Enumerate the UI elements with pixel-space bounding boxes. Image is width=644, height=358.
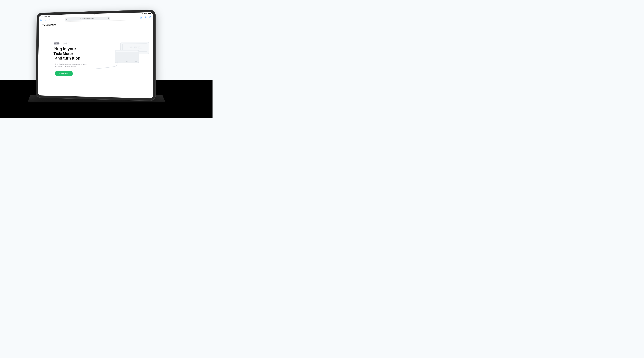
device-back-view — [115, 50, 139, 63]
wifi-icon — [142, 13, 143, 14]
lock-icon — [80, 18, 81, 20]
logo-text: T — [42, 24, 44, 26]
multitask-dots[interactable] — [93, 14, 95, 15]
url-text: tickrmeter.com/setup — [82, 18, 94, 20]
sidebar-icon[interactable] — [40, 18, 42, 21]
device-screen-text: WIFI HOTSPOT — [130, 46, 140, 48]
svg-rect-2 — [80, 18, 81, 19]
status-date: Tor 16 okt. — [44, 16, 50, 17]
logo[interactable]: TICKRMETER — [42, 22, 149, 27]
device-screen-lines — [128, 48, 142, 49]
ipad-frame: 9:41 Tor 16 okt. 100% — [36, 10, 156, 101]
headline-line1: Plug in your TickrMeter — [54, 46, 76, 56]
step-3[interactable]: 3 — [63, 42, 64, 44]
continue-button[interactable]: CONTINUE — [55, 71, 73, 76]
svg-rect-4 — [116, 62, 118, 63]
device-illustration: WIFI HOTSPOT — [102, 42, 149, 73]
ipad-screen: 9:41 Tor 16 okt. 100% — [38, 12, 153, 98]
page-body: TICKRMETER STEP 1 2 3 4 5 Plug in your T… — [38, 20, 153, 98]
headline-line2: and turn it on — [54, 56, 97, 61]
status-time: 9:41 — [41, 16, 43, 17]
text-size-icon[interactable]: AA — [66, 18, 67, 20]
battery-percent: 100% — [144, 13, 148, 14]
power-switch-icon — [135, 60, 137, 62]
description-text: When the white bar on the frot glows and… — [55, 63, 89, 68]
step-4[interactable]: 4 — [66, 42, 67, 44]
svg-rect-0 — [40, 19, 42, 20]
step-current: STEP 1 — [54, 42, 60, 44]
back-icon[interactable] — [44, 18, 46, 21]
cable-icon — [94, 62, 126, 70]
tabs-icon[interactable] — [149, 16, 152, 18]
page-title: Plug in your TickrMeter and turn it on — [54, 46, 97, 61]
logo-text-tail: CKRMETER — [44, 24, 56, 26]
step-5[interactable]: 5 — [68, 42, 70, 44]
step-2[interactable]: 2 — [60, 42, 62, 44]
svg-rect-3 — [150, 17, 151, 18]
new-tab-icon[interactable] — [144, 16, 147, 18]
forward-icon[interactable] — [48, 18, 50, 21]
share-icon[interactable] — [140, 16, 142, 19]
step-indicator: STEP 1 2 3 4 5 — [54, 42, 97, 44]
battery-icon — [148, 13, 151, 14]
reload-icon[interactable] — [108, 17, 109, 19]
url-bar[interactable]: AA tickrmeter.com/setup — [64, 16, 110, 21]
